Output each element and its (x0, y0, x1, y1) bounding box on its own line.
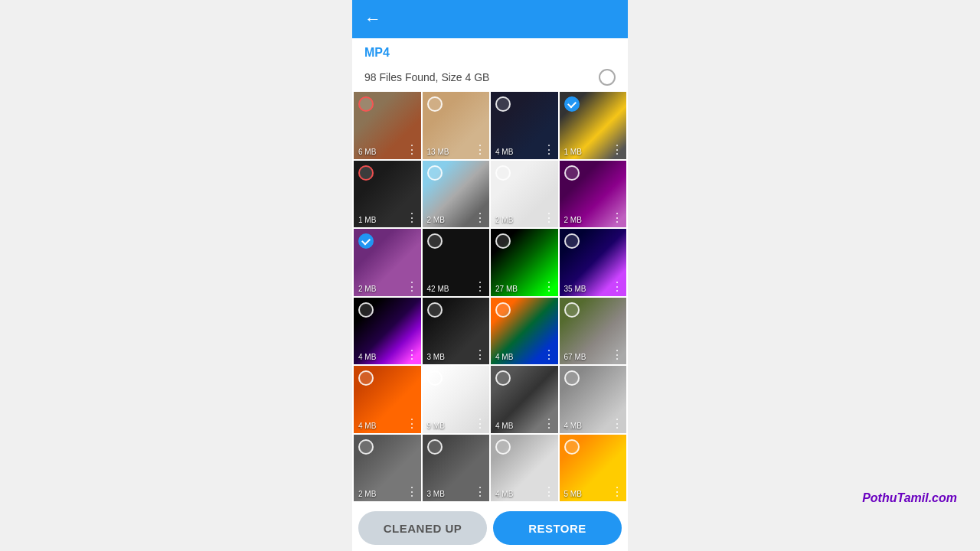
more-options-button[interactable]: ⋮ (406, 212, 418, 224)
select-circle[interactable] (358, 302, 374, 318)
more-options-button[interactable]: ⋮ (543, 212, 555, 224)
more-options-button[interactable]: ⋮ (543, 486, 555, 498)
grid-item[interactable]: 4 MB⋮ (491, 92, 558, 159)
select-circle[interactable] (427, 439, 443, 455)
select-circle[interactable] (564, 439, 580, 455)
file-size-label: 2 MB (358, 490, 376, 498)
file-size-label: 67 MB (564, 353, 586, 361)
restore-button[interactable]: RESTORE (493, 511, 622, 545)
grid-item[interactable]: 3 MB⋮ (423, 298, 490, 365)
more-options-button[interactable]: ⋮ (611, 144, 623, 156)
select-circle[interactable] (358, 233, 374, 249)
more-options-button[interactable]: ⋮ (406, 281, 418, 293)
select-circle[interactable] (495, 370, 511, 386)
grid-item[interactable]: 67 MB⋮ (560, 298, 627, 365)
file-info-text: 98 Files Found, Size 4 GB (364, 71, 489, 83)
more-options-button[interactable]: ⋮ (406, 486, 418, 498)
more-options-button[interactable]: ⋮ (611, 212, 623, 224)
file-size-label: 4 MB (358, 353, 376, 361)
select-circle[interactable] (358, 96, 374, 112)
file-size-label: 13 MB (427, 148, 449, 156)
select-circle[interactable] (427, 370, 443, 386)
more-options-button[interactable]: ⋮ (474, 418, 486, 430)
app-container: ← MP4 98 Files Found, Size 4 GB 6 MB⋮13 … (352, 0, 628, 551)
file-size-label: 4 MB (495, 490, 513, 498)
select-circle[interactable] (427, 233, 443, 249)
select-all-circle[interactable] (599, 69, 616, 86)
grid-item[interactable]: 4 MB⋮ (354, 366, 421, 433)
select-circle[interactable] (564, 302, 580, 318)
more-options-button[interactable]: ⋮ (611, 281, 623, 293)
grid-item[interactable]: 2 MB⋮ (354, 229, 421, 296)
grid-item[interactable]: 4 MB⋮ (491, 298, 558, 365)
grid-item[interactable]: 5 MB⋮ (560, 435, 627, 502)
grid-item[interactable]: 4 MB⋮ (491, 366, 558, 433)
file-size-label: 4 MB (495, 422, 513, 430)
more-options-button[interactable]: ⋮ (474, 349, 486, 361)
grid-item[interactable]: 3 MB⋮ (423, 435, 490, 502)
grid-item[interactable]: 4 MB⋮ (491, 435, 558, 502)
select-circle[interactable] (495, 165, 511, 181)
select-circle[interactable] (564, 370, 580, 386)
select-circle[interactable] (427, 165, 443, 181)
file-size-label: 2 MB (564, 216, 582, 224)
select-circle[interactable] (427, 96, 443, 112)
grid-item[interactable]: 1 MB⋮ (354, 161, 421, 228)
more-options-button[interactable]: ⋮ (474, 486, 486, 498)
cleaned-up-button[interactable]: CLEANED UP (358, 511, 487, 545)
file-size-label: 2 MB (358, 285, 376, 293)
select-circle[interactable] (495, 439, 511, 455)
select-circle[interactable] (495, 233, 511, 249)
grid-item[interactable]: 6 MB⋮ (354, 92, 421, 159)
more-options-button[interactable]: ⋮ (474, 212, 486, 224)
more-options-button[interactable]: ⋮ (474, 281, 486, 293)
grid-item[interactable]: 2 MB⋮ (354, 435, 421, 502)
grid-item[interactable]: 13 MB⋮ (423, 92, 490, 159)
file-size-label: 1 MB (564, 148, 582, 156)
more-options-button[interactable]: ⋮ (543, 281, 555, 293)
select-circle[interactable] (564, 165, 580, 181)
select-circle[interactable] (495, 96, 511, 112)
back-button[interactable]: ← (364, 9, 381, 29)
more-options-button[interactable]: ⋮ (406, 418, 418, 430)
more-options-button[interactable]: ⋮ (406, 144, 418, 156)
file-size-label: 4 MB (358, 422, 376, 430)
more-options-button[interactable]: ⋮ (543, 418, 555, 430)
grid-item[interactable]: 4 MB⋮ (560, 366, 627, 433)
file-size-label: 2 MB (427, 216, 445, 224)
more-options-button[interactable]: ⋮ (611, 486, 623, 498)
select-circle[interactable] (427, 302, 443, 318)
grid-item[interactable]: 42 MB⋮ (423, 229, 490, 296)
file-size-label: 35 MB (564, 285, 586, 293)
header-bar: ← (352, 0, 628, 38)
more-options-button[interactable]: ⋮ (543, 144, 555, 156)
file-size-label: 3 MB (427, 353, 445, 361)
select-circle[interactable] (358, 439, 374, 455)
file-size-label: 4 MB (495, 353, 513, 361)
grid-item[interactable]: 2 MB⋮ (491, 161, 558, 228)
file-size-label: 2 MB (495, 216, 513, 224)
grid-scroll[interactable]: 6 MB⋮13 MB⋮4 MB⋮1 MB⋮1 MB⋮2 MB⋮2 MB⋮2 MB… (352, 90, 628, 505)
select-circle[interactable] (358, 370, 374, 386)
grid-item[interactable]: 1 MB⋮ (560, 92, 627, 159)
grid-item[interactable]: 35 MB⋮ (560, 229, 627, 296)
section-title: MP4 (364, 46, 390, 59)
more-options-button[interactable]: ⋮ (611, 349, 623, 361)
file-size-label: 3 MB (427, 490, 445, 498)
file-size-label: 5 MB (564, 490, 582, 498)
grid-item[interactable]: 4 MB⋮ (354, 298, 421, 365)
grid-item[interactable]: 9 MB⋮ (423, 366, 490, 433)
select-circle[interactable] (495, 302, 511, 318)
select-circle[interactable] (564, 233, 580, 249)
grid-item[interactable]: 27 MB⋮ (491, 229, 558, 296)
grid-item[interactable]: 2 MB⋮ (560, 161, 627, 228)
more-options-button[interactable]: ⋮ (611, 418, 623, 430)
select-circle[interactable] (358, 165, 374, 181)
grid-item[interactable]: 2 MB⋮ (423, 161, 490, 228)
select-circle[interactable] (564, 96, 580, 112)
more-options-button[interactable]: ⋮ (406, 349, 418, 361)
more-options-button[interactable]: ⋮ (474, 144, 486, 156)
file-info-bar: 98 Files Found, Size 4 GB (352, 64, 628, 90)
more-options-button[interactable]: ⋮ (543, 349, 555, 361)
file-size-label: 1 MB (358, 216, 376, 224)
